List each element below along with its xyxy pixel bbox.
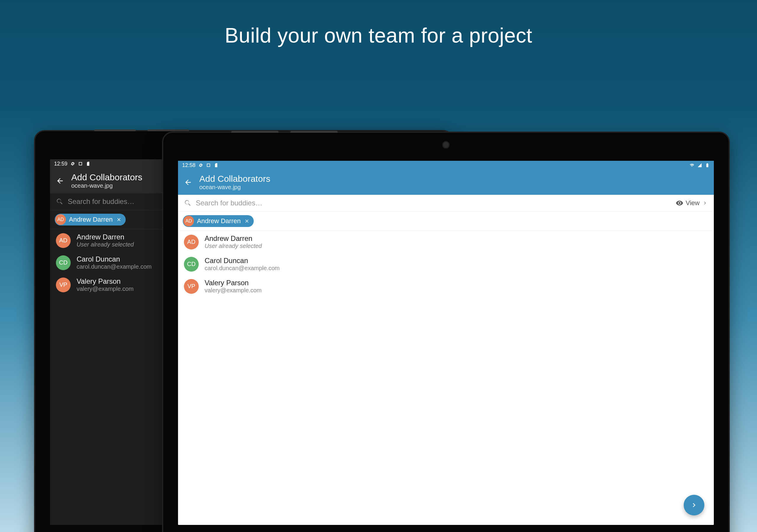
chip-label: Andrew Darren: [69, 216, 113, 223]
tablet-button: [231, 131, 279, 133]
user-subtitle: valery@example.com: [76, 285, 134, 292]
chip-row: AD Andrew Darren: [178, 212, 714, 231]
view-label: View: [686, 199, 700, 207]
user-row[interactable]: VPValery Parsonvalery@example.com: [178, 275, 714, 297]
view-button[interactable]: View: [676, 199, 708, 207]
chip-remove-icon[interactable]: [116, 216, 122, 223]
page-title: Build your own team for a project: [0, 0, 757, 47]
avatar: VP: [184, 279, 199, 294]
sd-icon: [214, 163, 219, 167]
search-icon: [56, 198, 64, 205]
selected-chip[interactable]: AD Andrew Darren: [55, 214, 126, 225]
signal-icon: [697, 163, 702, 167]
user-name: Valery Parson: [205, 279, 262, 287]
square-icon: [78, 162, 83, 166]
avatar: VP: [56, 278, 71, 292]
user-row[interactable]: CDCarol Duncancarol.duncan@example.com: [178, 253, 714, 275]
chip-remove-icon[interactable]: [244, 218, 250, 224]
svg-rect-0: [79, 162, 82, 165]
chip-label: Andrew Darren: [197, 217, 241, 225]
next-fab[interactable]: [684, 495, 704, 516]
eye-icon: [676, 199, 683, 207]
tablet-button: [148, 130, 189, 131]
avatar: AD: [184, 235, 199, 250]
square-icon: [206, 163, 211, 167]
user-list: ADAndrew DarrenUser already selectedCDCa…: [178, 231, 714, 297]
user-name: Andrew Darren: [205, 234, 262, 243]
statusbar: 12:58: [178, 161, 714, 170]
search-input[interactable]: [196, 199, 672, 207]
back-icon[interactable]: [56, 177, 64, 185]
back-icon[interactable]: [184, 178, 192, 187]
chip-avatar: AD: [183, 216, 194, 226]
screen-front: 12:58 Add Collaborators ocean-wave.jpg: [178, 161, 714, 525]
tablet-front: 12:58 Add Collaborators ocean-wave.jpg: [162, 132, 730, 532]
selected-chip[interactable]: AD Andrew Darren: [183, 215, 254, 227]
user-subtitle: User already selected: [76, 241, 134, 248]
settings-icon: [198, 163, 203, 167]
battery-icon: [705, 163, 710, 167]
user-subtitle: User already selected: [205, 243, 262, 250]
chevron-right-icon: [690, 501, 698, 509]
user-subtitle: carol.duncan@example.com: [205, 265, 280, 272]
user-row[interactable]: ADAndrew DarrenUser already selected: [178, 231, 714, 253]
svg-rect-1: [207, 164, 210, 166]
tablet-button: [290, 131, 338, 133]
user-subtitle: carol.duncan@example.com: [76, 263, 152, 270]
user-name: Andrew Darren: [76, 233, 134, 241]
stage: 12:59 Add Collaborators ocean-wave.jpg: [0, 47, 757, 532]
user-name: Carol Duncan: [205, 256, 280, 265]
user-subtitle: valery@example.com: [205, 287, 262, 294]
search-row: View: [178, 195, 714, 212]
appbar-title: Add Collaborators: [71, 172, 142, 182]
appbar-subtitle: ocean-wave.jpg: [199, 184, 270, 191]
search-icon: [184, 199, 192, 207]
status-time: 12:58: [182, 162, 196, 168]
camera-icon: [442, 141, 450, 149]
avatar: AD: [56, 233, 71, 248]
appbar-subtitle: ocean-wave.jpg: [71, 182, 142, 189]
sd-icon: [86, 162, 90, 166]
chevron-right-icon: [702, 200, 708, 206]
avatar: CD: [184, 257, 199, 272]
tablet-button: [94, 130, 136, 131]
chip-avatar: AD: [55, 214, 66, 225]
avatar: CD: [56, 255, 71, 270]
status-time: 12:59: [54, 161, 67, 167]
user-name: Valery Parson: [76, 277, 134, 285]
user-name: Carol Duncan: [76, 255, 152, 263]
settings-icon: [70, 162, 75, 166]
navbar: [178, 531, 714, 532]
wifi-icon: [690, 163, 694, 167]
appbar: Add Collaborators ocean-wave.jpg: [178, 170, 714, 195]
appbar-title: Add Collaborators: [199, 174, 270, 184]
